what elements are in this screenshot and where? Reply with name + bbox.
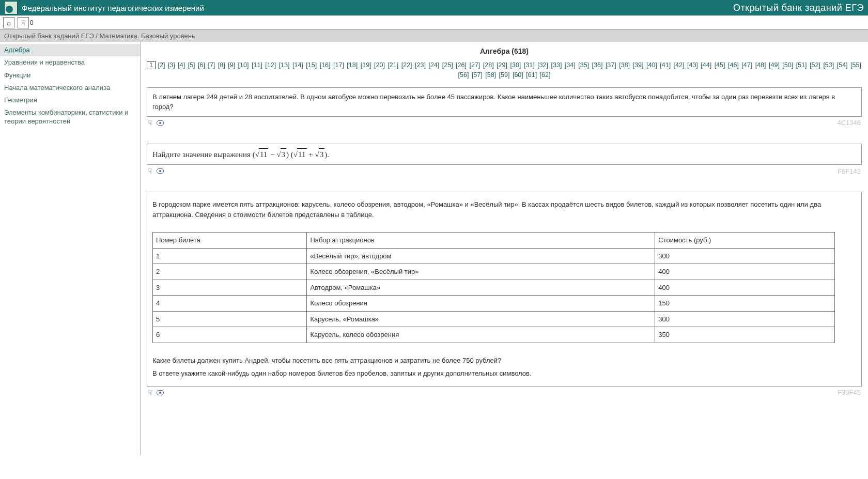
page-link[interactable]: [43]: [687, 61, 699, 69]
page-link[interactable]: [15]: [305, 61, 317, 69]
page-link[interactable]: [7]: [207, 61, 215, 69]
page-link[interactable]: [44]: [700, 61, 712, 69]
page-link[interactable]: [50]: [782, 61, 794, 69]
page-link[interactable]: [46]: [727, 61, 739, 69]
page-link[interactable]: [45]: [714, 61, 726, 69]
task: В городском парке имеется пять аттракцио…: [147, 192, 862, 397]
bank-title: Открытый банк заданий ЕГЭ: [733, 3, 864, 13]
page-link[interactable]: [27]: [469, 61, 481, 69]
page-link[interactable]: [2]: [157, 61, 165, 69]
page-link[interactable]: [14]: [292, 61, 304, 69]
table-row: 5Карусель, «Ромашка»300: [153, 311, 835, 327]
table-row: 6Карусель, колесо обозрения350: [153, 327, 835, 343]
page-link[interactable]: [9]: [227, 61, 236, 69]
page-link[interactable]: [25]: [442, 61, 454, 69]
sidebar-item[interactable]: Элементы комбинаторики, статистики и тео…: [0, 106, 140, 128]
page-link[interactable]: [38]: [618, 61, 630, 69]
page-link[interactable]: [59]: [499, 71, 510, 79]
page-link[interactable]: [28]: [483, 61, 494, 69]
task-text: В летнем лагере 249 детей и 28 воспитате…: [152, 93, 835, 111]
page-link[interactable]: [61]: [525, 71, 537, 79]
page-link[interactable]: [26]: [455, 61, 467, 69]
page-link[interactable]: [33]: [551, 61, 563, 69]
page-link[interactable]: [54]: [836, 61, 848, 69]
table-row: 2Колесо обозрения, «Весёлый тир»400: [153, 264, 835, 280]
eye-icon[interactable]: [157, 120, 164, 126]
page-link[interactable]: [5]: [188, 61, 196, 69]
sidebar-item[interactable]: Геометрия: [0, 94, 140, 106]
page-link[interactable]: [60]: [512, 71, 524, 79]
hand-select-icon[interactable]: ☟: [148, 389, 152, 397]
page-link[interactable]: [36]: [592, 61, 603, 69]
page-link[interactable]: [17]: [333, 61, 345, 69]
main-content: Алгебра (618) 1 [2] [3] [4] [5] [6] [7] …: [141, 42, 868, 455]
page-link[interactable]: [57]: [471, 71, 483, 79]
sidebar: АлгебраУравнения и неравенстваФункцииНач…: [0, 42, 141, 455]
page-link[interactable]: [51]: [796, 61, 808, 69]
page-link[interactable]: [40]: [646, 61, 658, 69]
page-link[interactable]: [34]: [564, 61, 576, 69]
task: Найдите значение выражения (√11 − √3) (√…: [147, 144, 862, 176]
table-cell: 2: [153, 264, 307, 280]
page-link[interactable]: [8]: [218, 61, 226, 69]
page-link[interactable]: [29]: [496, 61, 508, 69]
page-link[interactable]: [20]: [374, 61, 385, 69]
table-cell: Карусель, колесо обозрения: [307, 327, 655, 343]
task-text-prefix: Найдите значение выражения: [152, 150, 253, 159]
page-link[interactable]: [32]: [537, 61, 549, 69]
page-link[interactable]: [55]: [850, 61, 862, 69]
page-link[interactable]: [53]: [823, 61, 834, 69]
hand-select-icon[interactable]: ☟: [148, 119, 152, 127]
sidebar-item[interactable]: Алгебра: [0, 44, 140, 56]
page-link[interactable]: [18]: [346, 61, 358, 69]
eye-icon[interactable]: [157, 390, 164, 395]
eye-icon[interactable]: [157, 168, 164, 174]
page-link[interactable]: [3]: [167, 61, 176, 69]
table-cell: 5: [153, 311, 307, 327]
table-cell: 150: [655, 296, 835, 312]
breadcrumb-root[interactable]: Открытый банк заданий ЕГЭ: [4, 32, 94, 40]
page-link[interactable]: [42]: [673, 61, 685, 69]
page-link[interactable]: [11]: [251, 61, 263, 69]
page-link[interactable]: [30]: [509, 61, 521, 69]
table-row: 4Колесо обозрения150: [153, 296, 835, 312]
task: В летнем лагере 249 детей и 28 воспитате…: [147, 87, 862, 127]
search-button[interactable]: ⌕: [3, 17, 14, 28]
page-link[interactable]: [12]: [265, 61, 276, 69]
page-link[interactable]: [56]: [458, 71, 470, 79]
page-link[interactable]: [31]: [523, 61, 535, 69]
page-link[interactable]: [37]: [605, 61, 617, 69]
page-link[interactable]: [22]: [401, 61, 413, 69]
page-link[interactable]: [21]: [387, 61, 399, 69]
page-link[interactable]: [24]: [428, 61, 440, 69]
page-link[interactable]: [19]: [360, 61, 372, 69]
sidebar-item[interactable]: Начала математического анализа: [0, 82, 140, 94]
page-link[interactable]: [41]: [659, 61, 671, 69]
page-link[interactable]: 1: [147, 61, 156, 69]
ticket-table: Номер билетаНабор аттракционовСтоимость …: [152, 232, 835, 343]
task-id: F5F142: [838, 167, 861, 175]
page-link[interactable]: [6]: [197, 61, 206, 69]
page-link[interactable]: [52]: [809, 61, 821, 69]
page-link[interactable]: [13]: [278, 61, 290, 69]
page-link[interactable]: [10]: [238, 61, 250, 69]
page-link[interactable]: [35]: [578, 61, 590, 69]
sidebar-item[interactable]: Функции: [0, 69, 140, 82]
page-link[interactable]: [16]: [319, 61, 331, 69]
page-link[interactable]: [48]: [755, 61, 767, 69]
page-link[interactable]: [39]: [632, 61, 644, 69]
page-link[interactable]: [23]: [414, 61, 426, 69]
page-link[interactable]: [4]: [177, 61, 185, 69]
page-link[interactable]: [49]: [768, 61, 780, 69]
page-link[interactable]: [62]: [539, 71, 551, 79]
basket-button[interactable]: ☟: [18, 17, 29, 28]
page-link[interactable]: [58]: [485, 71, 497, 79]
breadcrumb: Открытый банк заданий ЕГЭ / Математика. …: [0, 30, 868, 42]
sidebar-item[interactable]: Уравнения и неравенства: [0, 56, 140, 69]
task-intro: В городском парке имеется пять аттракцио…: [152, 199, 856, 220]
breadcrumb-current: Математика. Базовый уровень: [100, 32, 195, 40]
page-link[interactable]: [47]: [741, 61, 753, 69]
task-body: В летнем лагере 249 детей и 28 воспитате…: [147, 87, 862, 117]
table-cell: «Весёлый тир», автодром: [307, 248, 655, 264]
hand-select-icon[interactable]: ☟: [148, 167, 152, 175]
